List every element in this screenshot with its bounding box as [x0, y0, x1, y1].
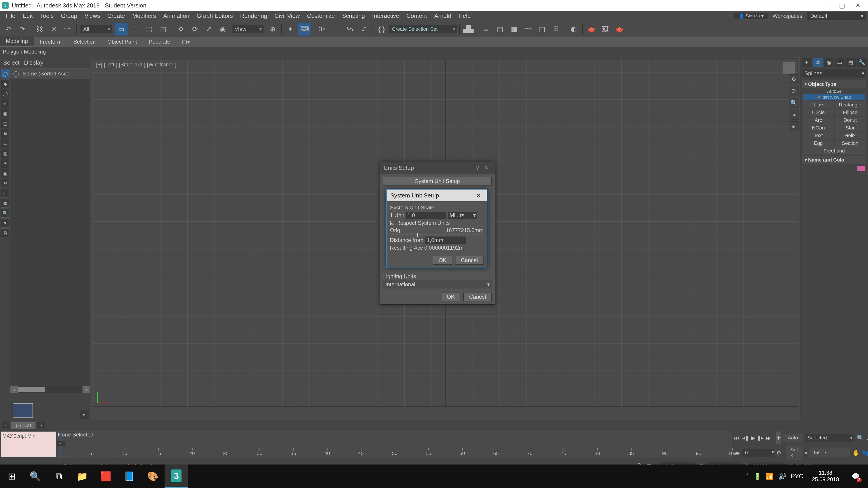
spline-arc-button[interactable]: Arc — [803, 117, 834, 124]
sus-ok-button[interactable]: OK — [433, 256, 452, 265]
time-config-button[interactable]: ⚙ — [776, 448, 781, 457]
3dsmax-taskbar-icon[interactable]: 3 — [164, 464, 188, 488]
paint-taskbar-icon[interactable]: 🎨 — [141, 464, 164, 488]
volume-icon[interactable]: 🔊 — [778, 473, 786, 480]
menu-scripting[interactable]: Scripting — [338, 11, 368, 20]
walk-icon[interactable]: 👣 — [862, 448, 868, 457]
word-taskbar-icon[interactable]: 📘 — [118, 464, 141, 488]
percent-snap-button[interactable]: % — [344, 23, 356, 35]
viewport-label[interactable]: [+] [Left ] [Standard ] [Wireframe ] — [96, 61, 176, 68]
menu-content[interactable]: Content — [403, 11, 431, 20]
maxscript-listener[interactable]: MAXScript Min — [1, 431, 56, 457]
unit-type-dropdown[interactable]: Mi...rs — [448, 212, 477, 219]
wifi-icon[interactable]: 📶 — [766, 473, 774, 480]
battery-icon[interactable]: 🔋 — [753, 473, 761, 480]
tab-modify-icon[interactable]: ⧉ — [813, 58, 823, 67]
search-button[interactable]: 🔍 — [24, 464, 47, 488]
vp-move-icon[interactable]: ✥ — [789, 74, 799, 84]
display-groups-icon[interactable]: ▭ — [1, 139, 10, 148]
start-button[interactable]: ⊞ — [0, 464, 24, 488]
origin-slider-thumb[interactable] — [417, 233, 418, 237]
display-bone-icon[interactable]: ✦ — [1, 159, 10, 168]
next-frame-button[interactable]: ▮▸ — [757, 433, 764, 442]
menu-edit[interactable]: Edit — [19, 11, 36, 20]
display-helpers-icon[interactable]: ◫ — [1, 119, 10, 128]
prev-frame-button[interactable]: ◂▮ — [742, 433, 748, 442]
keyfilter-dropdown[interactable]: Selected — [805, 434, 855, 442]
menu-arnold[interactable]: Arnold — [431, 11, 455, 20]
named-selection-dropdown[interactable]: Create Selection Set — [389, 25, 457, 33]
tab-utilities-icon[interactable]: 🔧 — [857, 58, 867, 67]
display-spacewarps-icon[interactable]: ≋ — [1, 129, 10, 138]
menu-group[interactable]: Group — [57, 11, 81, 20]
display-shapes-icon[interactable]: ◯ — [1, 89, 10, 98]
spline-star-button[interactable]: Star — [835, 124, 866, 131]
placement-button[interactable]: ◉ — [217, 23, 229, 35]
mirror-button[interactable]: ▟▙ — [462, 23, 475, 35]
filter-icon[interactable]: ▼ — [1, 219, 10, 228]
layer-explorer-button[interactable]: ▤ — [494, 23, 506, 35]
link-button[interactable]: ⛓ — [33, 23, 46, 35]
yandex-taskbar-icon[interactable]: 🟥 — [94, 464, 118, 488]
curve-editor-button[interactable]: 〜 — [522, 23, 534, 35]
action-center-icon[interactable]: 💬3 — [848, 468, 864, 484]
keymode-icon[interactable]: π — [805, 449, 807, 457]
display-hidden-icon[interactable]: ▢ — [1, 189, 10, 198]
create-category-dropdown[interactable]: Splines — [802, 69, 866, 77]
rotate-button[interactable]: ⟳ — [188, 23, 201, 35]
isolate-button[interactable]: 🔍 — [857, 433, 864, 442]
schematic-view-button[interactable]: ◫ — [536, 23, 548, 35]
close-button[interactable]: ✕ — [850, 1, 866, 10]
scene-explorer-list[interactable] — [10, 79, 90, 386]
spline-section-button[interactable]: Section — [835, 140, 866, 147]
scroll-thumb[interactable] — [18, 387, 45, 392]
system-unit-setup-button[interactable]: System Unit Setup — [383, 177, 492, 186]
selection-filter-dropdown[interactable]: All — [81, 25, 112, 33]
goto-start-button[interactable]: ⏮ — [734, 433, 740, 442]
spline-ellipse-button[interactable]: Ellipse — [835, 109, 866, 116]
ref-coord-dropdown[interactable]: View — [232, 25, 264, 33]
window-crossing-button[interactable]: ◫ — [157, 23, 169, 35]
menu-views[interactable]: Views — [81, 11, 104, 20]
rendered-frame-button[interactable]: 🖼 — [599, 23, 612, 35]
menu-modifiers[interactable]: Modifiers — [129, 11, 160, 20]
one-unit-field[interactable]: 1,0 — [405, 212, 446, 219]
time-slider-thumb[interactable]: 0 / 100 — [11, 422, 35, 429]
spline-circle-button[interactable]: Circle — [803, 109, 834, 116]
search-icon[interactable]: 🔍 — [1, 208, 10, 218]
set-key-button[interactable]: + — [776, 431, 781, 444]
menu-interactive[interactable]: Interactive — [368, 11, 403, 20]
tab-motion-icon[interactable]: ▭ — [835, 58, 844, 67]
select-region-button[interactable]: ⬚ — [143, 23, 156, 35]
ribbon-tab-populate[interactable]: Populate — [143, 37, 176, 47]
redo-button[interactable]: ↷ — [16, 23, 29, 35]
distance-field[interactable]: 1,0mm — [425, 236, 466, 244]
tab-display-icon[interactable]: ▤ — [846, 58, 856, 67]
menu-rendering[interactable]: Rendering — [237, 11, 271, 20]
display-all-icon[interactable]: ◯ — [1, 69, 10, 78]
vp-next-icon[interactable]: ▸ — [789, 121, 799, 131]
display-geometry-icon[interactable]: ◆ — [1, 79, 10, 88]
align-button[interactable]: ≡ — [480, 23, 492, 35]
select-object-button[interactable]: ▭ — [115, 23, 127, 35]
timeline-ruler[interactable]: None Selected 51015202530354045505560657… — [57, 431, 733, 458]
scene-explorer-column-header[interactable]: ◯ Name (Sorted Asce — [10, 68, 90, 79]
display-containers-icon[interactable]: ▣ — [1, 169, 10, 178]
language-indicator[interactable]: РУС — [791, 473, 803, 480]
manipulate-button[interactable]: ✦ — [284, 23, 297, 35]
menu-help[interactable]: Help — [455, 11, 474, 20]
scene-explorer-display-menu[interactable]: Display — [24, 59, 43, 66]
vp-prev-icon[interactable]: ◂ — [789, 109, 799, 120]
material-editor-button[interactable]: ◐ — [567, 23, 580, 35]
scale-button[interactable]: ⤢ — [203, 23, 215, 35]
tab-hierarchy-icon[interactable]: ◉ — [824, 58, 834, 67]
zoom-extents-icon[interactable]: ⤢ — [866, 433, 868, 442]
key-filters-button[interactable]: Filters... — [809, 449, 850, 457]
goto-end-button[interactable]: ⏭ — [766, 433, 772, 442]
spinner-snap-button[interactable]: ⇵ — [358, 23, 370, 35]
sus-titlebar[interactable]: System Unit Setup ✕ — [387, 190, 487, 201]
spline-rectangle-button[interactable]: Rectangle — [835, 101, 866, 108]
lighting-units-dropdown[interactable]: International — [383, 281, 492, 289]
sus-close-icon[interactable]: ✕ — [474, 192, 483, 199]
tab-create-icon[interactable]: ✦ — [802, 58, 811, 67]
